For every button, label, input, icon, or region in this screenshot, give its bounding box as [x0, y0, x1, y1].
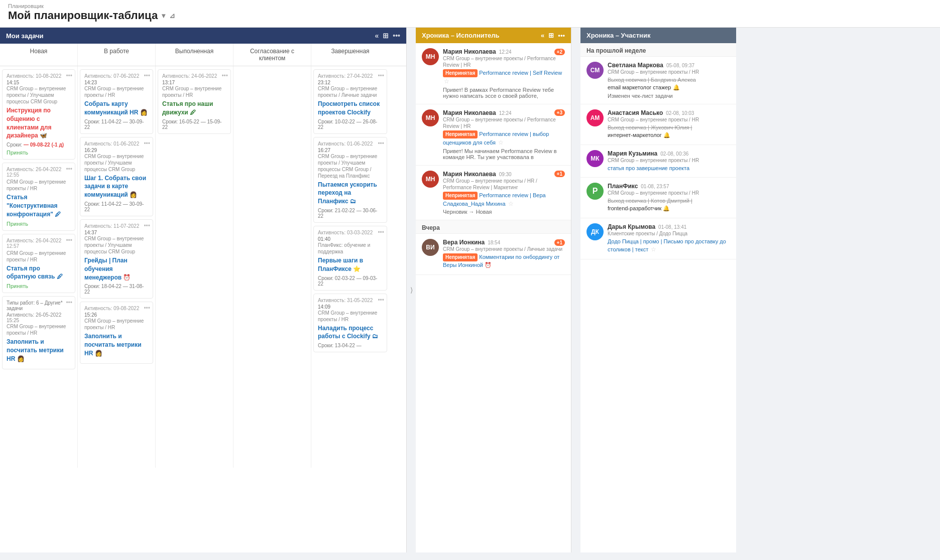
- task-title[interactable]: Статья "Конструктивная конфронтация" 🖊: [7, 193, 71, 218]
- grid-icon[interactable]: ⊞: [548, 32, 554, 39]
- main-layout: Мои задачи « ⊞ ••• Новая В работе Выполн…: [0, 28, 940, 552]
- chronicle-project: CRM Group – внутренние проекты / HR: [608, 69, 730, 75]
- task-title[interactable]: Инструкция по общению с клиентами для ди…: [7, 106, 71, 140]
- chronicle-date: 01-08, 13:41: [658, 224, 686, 230]
- participant-item: P ПланФикс01-08, 23:57 CRM Group – внутр…: [580, 178, 736, 218]
- my-tasks-header: Мои задачи « ⊞ •••: [0, 28, 406, 44]
- chronicle-task: Додо Пицца | промо | Письмо про доставку…: [608, 238, 730, 254]
- col-header-done: Выполненная: [156, 44, 233, 66]
- more-options-icon[interactable]: •••: [66, 299, 72, 306]
- chronicle-task: Выход новичка | Жукович Юлия |интернет-м…: [608, 124, 730, 139]
- grid-icon[interactable]: ⊞: [383, 32, 389, 40]
- task-title[interactable]: Статья про наши движухи 🖊: [162, 100, 226, 117]
- dropdown-arrow-icon[interactable]: ▾: [162, 12, 165, 20]
- task-title[interactable]: Заполнить и посчитать метрики HR 👩: [84, 332, 149, 357]
- chronicle-content: Анастасия Масько02-08, 10:03 CRM Group –…: [608, 109, 730, 139]
- more-icon[interactable]: •••: [393, 32, 400, 40]
- more-options-icon[interactable]: •••: [66, 166, 72, 173]
- accept-button[interactable]: Принять: [7, 150, 71, 156]
- panel-header-icons: « ⊞ •••: [375, 32, 400, 40]
- task-activity: Активность: 27-04-2022 •••: [318, 73, 383, 79]
- more-options-icon[interactable]: •••: [144, 140, 150, 147]
- task-activity: Активность: 24-06-2022 •••: [162, 73, 226, 79]
- more-options-icon[interactable]: •••: [378, 140, 384, 147]
- accept-button[interactable]: Принять: [7, 221, 71, 227]
- chronicle-content: Мария Николаева09:30 +1 CRM Group – внут…: [443, 171, 565, 215]
- collapse-icon[interactable]: «: [541, 32, 544, 39]
- chronicle-name: Анастасия Масько: [608, 109, 663, 116]
- yesterday-section: Вчера: [416, 220, 571, 234]
- more-options-icon[interactable]: •••: [378, 229, 384, 236]
- avatar: АМ: [586, 109, 604, 126]
- task-column-inwork: Активность: 07-06-2022 ••• 14:23 CRM Gro…: [78, 66, 156, 468]
- last-week-section: На прошлой неделе: [580, 43, 736, 57]
- task-card: Типы работ: 6 – Другие* задачи ••• Актив…: [2, 296, 75, 369]
- chronicle-name: Вера Ионкина: [443, 239, 485, 246]
- task-card: Активность: 26-04-2022 12:57 ••• CRM Gro…: [2, 234, 75, 294]
- task-title[interactable]: Первые шаги в ПланФиксе ⭐: [318, 256, 383, 273]
- page-title-text: Мой планировщик-таблица: [8, 9, 158, 22]
- chronicle-date: 09:30: [499, 172, 512, 177]
- chronicle-date: 12:24: [499, 110, 512, 116]
- chronicle-name: ПланФикс: [608, 183, 638, 190]
- chronicle-executor-panel: Хроника – Исполнитель « ⊞ ••• МН Мария Н…: [416, 28, 571, 552]
- chronicle-content: Мария Николаева12:24 +2 CRM Group – внут…: [443, 48, 565, 99]
- task-activity: Активность: 03-03-2022 •••: [318, 230, 383, 235]
- badge-count: +3: [554, 109, 565, 116]
- badge-count: +1: [554, 239, 565, 246]
- chronicle-content: Мария Николаева12:24 +3 CRM Group – внут…: [443, 109, 565, 160]
- avatar: P: [586, 183, 604, 200]
- chronicle-participant-body: На прошлой неделе СМ Светлана Маркова05-…: [580, 43, 736, 552]
- more-options-icon[interactable]: •••: [144, 72, 150, 79]
- chronicle-project: CRM Group – внутренние проекты / HR: [608, 157, 730, 164]
- chronicle-content: Светлана Маркова05-08, 09:37 CRM Group –…: [608, 62, 730, 99]
- more-options-icon[interactable]: •••: [221, 72, 228, 79]
- chronicle-task: НепринятаяPerformance review | Self Revi…: [443, 69, 565, 86]
- task-card: Активность: 31-05-2022 ••• 14:09 CRM Gro…: [313, 294, 387, 353]
- task-link[interactable]: статья про завершение проекта: [608, 165, 689, 171]
- task-link[interactable]: Додо Пицца | промо | Письмо про доставку…: [608, 238, 726, 252]
- avatar: МН: [422, 109, 439, 126]
- more-options-icon[interactable]: •••: [66, 72, 72, 79]
- task-title[interactable]: Пытаемся ускорить переход на Планфикс 🗂: [318, 181, 383, 206]
- task-activity: Типы работ: 6 – Другие* задачи •••: [7, 300, 71, 311]
- chronicle-date: 01-08, 23:57: [641, 184, 669, 189]
- participant-item: СМ Светлана Маркова05-08, 09:37 CRM Grou…: [580, 57, 736, 104]
- task-title[interactable]: Шаг 1. Собрать свои задачи в карте комму…: [84, 174, 149, 199]
- tasks-grid: Активность: 10-08-2022 ••• 14:15 CRM Gro…: [0, 66, 406, 552]
- chronicle-name: Дарья Крымова: [608, 223, 655, 230]
- task-card: Активность: 01-06-2022 ••• 16:29 CRM Gro…: [80, 137, 153, 216]
- chronicle-task: НепринятаяКомментарии по онбордингу от В…: [443, 253, 565, 269]
- chronicle-participant-header: Хроника – Участник: [580, 28, 736, 43]
- collapse-icon[interactable]: «: [375, 32, 379, 40]
- chronicle-date: 05-08, 09:37: [666, 63, 694, 68]
- accept-button[interactable]: Принять: [7, 283, 71, 289]
- task-card: Активность: 10-08-2022 ••• 14:15 CRM Gro…: [2, 69, 75, 160]
- col-header-approval: Согласование с клиентом: [233, 44, 311, 66]
- more-icon[interactable]: •••: [558, 32, 565, 39]
- task-title[interactable]: Просмотреть список проектов Clockify: [318, 100, 383, 117]
- more-options-icon[interactable]: •••: [66, 237, 72, 244]
- task-title[interactable]: Статья про обратную связь 🖊: [7, 264, 71, 282]
- chronicle-content: Вера Ионкина18:54 +1 CRM Group – внутрен…: [443, 239, 565, 269]
- more-options-icon[interactable]: •••: [144, 305, 150, 312]
- more-options-icon[interactable]: •••: [144, 222, 150, 229]
- task-title[interactable]: Собрать карту коммуникаций HR 👩: [84, 100, 149, 117]
- task-title[interactable]: Заполнить и посчитать метрики HR 👩: [7, 338, 71, 363]
- participant-item: ДК Дарья Крымова01-08, 13:41 Клиентские …: [580, 218, 736, 259]
- right-panels: Хроника – Исполнитель « ⊞ ••• МН Мария Н…: [416, 28, 940, 552]
- chronicle-executor-body: МН Мария Николаева12:24 +2 CRM Group – в…: [416, 43, 571, 552]
- task-card: Активность: 26-04-2022 12:55 ••• CRM Gro…: [2, 163, 75, 230]
- task-activity: Активность: 26-04-2022 12:57 •••: [7, 238, 71, 249]
- chronicle-project: CRM Group – внутренние проекты / Личные …: [443, 246, 565, 252]
- more-options-icon[interactable]: •••: [378, 72, 384, 79]
- task-title[interactable]: Грейды | План обучения менеджеров ⏰: [84, 256, 149, 282]
- task-title[interactable]: Наладить процесс работы с Clockify 🗂: [318, 324, 383, 341]
- more-options-icon[interactable]: •••: [378, 297, 384, 304]
- filter-icon[interactable]: ⊿: [169, 12, 175, 20]
- task-column-finished: Активность: 27-04-2022 ••• 23:12 CRM Gro…: [311, 66, 389, 468]
- chronicle-participant-label: Хроника – Участник: [586, 32, 650, 39]
- chronicle-date: 18:54: [488, 240, 500, 245]
- task-link[interactable]: Performance review | Self Review: [479, 70, 562, 76]
- task-activity: Активность: 26-04-2022 12:55 •••: [7, 167, 71, 178]
